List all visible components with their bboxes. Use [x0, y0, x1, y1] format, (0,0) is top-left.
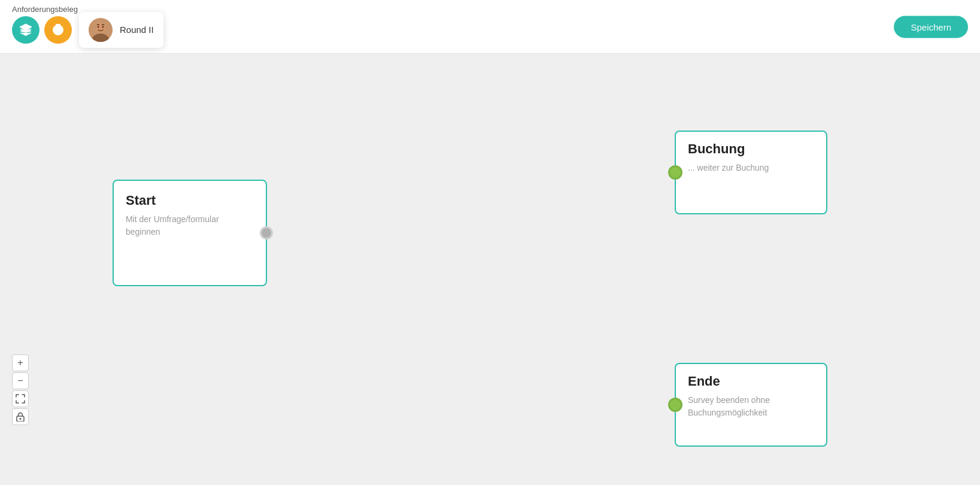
start-node-connector[interactable] — [260, 226, 273, 240]
start-node-subtitle: Mit der Umfrage/formular beginnen — [126, 213, 254, 238]
svg-point-10 — [20, 418, 22, 420]
save-button[interactable]: Speichern — [894, 16, 968, 38]
header-icons: Round II — [12, 12, 163, 48]
zoom-in-button[interactable]: + — [12, 354, 29, 371]
ende-node-title: Ende — [688, 374, 814, 389]
svg-point-8 — [102, 26, 104, 28]
start-node[interactable]: Start Mit der Umfrage/formular beginnen — [113, 180, 267, 286]
ende-node[interactable]: Ende Survey beenden ohne Buchungsmöglich… — [675, 363, 827, 447]
zoom-controls: + − — [12, 354, 29, 425]
avatar-image — [89, 18, 113, 42]
start-node-title: Start — [126, 193, 254, 208]
fit-icon — [16, 394, 25, 404]
ende-node-connector-left[interactable] — [668, 398, 682, 412]
svg-rect-1 — [20, 29, 31, 30]
svg-rect-0 — [20, 26, 31, 28]
layers-icon — [19, 23, 33, 37]
buchung-node-connector-left[interactable] — [668, 165, 682, 180]
fit-button[interactable] — [12, 390, 29, 407]
header: Anforderungsbeleg — [0, 0, 980, 54]
timer-icon — [51, 23, 65, 37]
layers-icon-button[interactable] — [12, 16, 40, 44]
buchung-node[interactable]: Buchung ... weiter zur Buchung — [675, 131, 827, 214]
avatar — [89, 18, 113, 42]
svg-point-7 — [98, 26, 99, 28]
svg-rect-2 — [20, 31, 31, 32]
buchung-node-title: Buchung — [688, 141, 814, 157]
buchung-node-subtitle: ... weiter zur Buchung — [688, 162, 814, 174]
flow-canvas: Start Mit der Umfrage/formular beginnen … — [0, 54, 980, 485]
timer-icon-button[interactable] — [44, 16, 72, 44]
ende-node-subtitle: Survey beenden ohne Buchungsmöglichkeit — [688, 394, 814, 419]
lock-icon — [16, 412, 25, 422]
page-title: Anforderungsbeleg — [12, 5, 78, 14]
user-popover[interactable]: Round II — [79, 12, 163, 48]
user-name: Round II — [120, 25, 154, 35]
zoom-out-button[interactable]: − — [12, 372, 29, 389]
lock-button[interactable] — [12, 408, 29, 425]
